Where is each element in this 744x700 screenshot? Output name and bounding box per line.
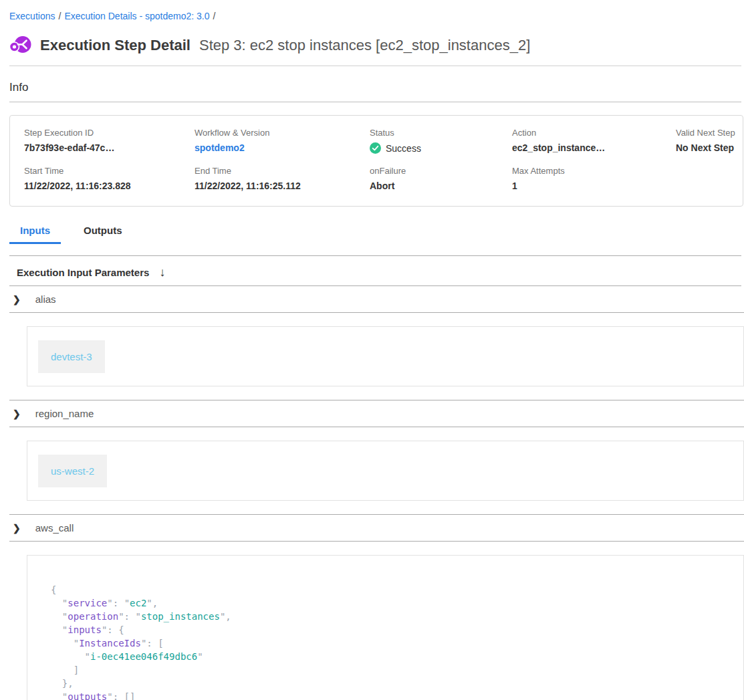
param-expander-aws_call[interactable]: ❯aws_call xyxy=(9,515,744,542)
info-field: Valid Next StepNo Next Step xyxy=(676,128,743,154)
page-subtitle: Step 3: ec2 stop instances [ec2_stop_ins… xyxy=(199,37,530,54)
success-check-icon xyxy=(370,142,381,154)
field-value: 11/22/2022, 11:16:23.828 xyxy=(24,181,195,191)
tab-bar: InputsOutputs xyxy=(9,220,744,244)
field-value: ec2_stop_instance… xyxy=(512,142,676,153)
param-value-panel: us-west-2 xyxy=(27,441,744,501)
tab-outputs[interactable]: Outputs xyxy=(73,220,133,244)
json-code-block: { "service": "ec2", "operation": "stop_i… xyxy=(51,583,743,700)
breadcrumb-link-executions[interactable]: Executions xyxy=(9,11,55,21)
breadcrumb-link-execution-details[interactable]: Execution Details - spotdemo2: 3.0 xyxy=(64,11,209,21)
tabs-bottom-divider xyxy=(9,255,741,256)
breadcrumb-separator: / xyxy=(58,11,61,21)
value-chip: us-west-2 xyxy=(38,455,107,487)
field-label: Max Attempts xyxy=(512,166,676,176)
field-label: Step Execution ID xyxy=(24,128,195,138)
download-icon[interactable]: ↓ xyxy=(159,266,165,278)
params-title: Execution Input Parameters xyxy=(17,267,149,278)
breadcrumb-separator: / xyxy=(213,11,216,21)
params-container: ❯aliasdevtest-3❯region_nameus-west-2❯aws… xyxy=(0,286,744,700)
header-divider xyxy=(9,66,741,66)
param-value-panel: devtest-3 xyxy=(27,326,744,386)
param-expander-alias[interactable]: ❯alias xyxy=(9,286,744,313)
param-value-area: us-west-2 xyxy=(9,427,744,515)
field-label: onFailure xyxy=(370,166,512,176)
chevron-right-icon: ❯ xyxy=(13,523,21,534)
field-label: Status xyxy=(370,128,512,138)
param-section-region_name: ❯region_nameus-west-2 xyxy=(0,400,744,515)
value-chip: devtest-3 xyxy=(38,340,105,373)
param-name: region_name xyxy=(35,408,94,419)
field-label: Valid Next Step xyxy=(676,128,743,138)
breadcrumb: Executions/Execution Details - spotdemo2… xyxy=(0,0,744,21)
workflow-step-icon xyxy=(9,35,31,55)
field-value: 7b73f93e-edaf-47c… xyxy=(24,142,195,153)
page-title: Execution Step Detail xyxy=(40,37,191,54)
field-label: Workflow & Version xyxy=(195,128,370,138)
param-value-area: devtest-3 xyxy=(9,313,744,400)
param-name: alias xyxy=(35,294,56,305)
workflow-link[interactable]: spotdemo2 xyxy=(195,142,245,153)
info-divider xyxy=(9,102,741,102)
field-value: spotdemo2 xyxy=(195,142,370,153)
info-field: Actionec2_stop_instance… xyxy=(512,128,676,154)
info-field: onFailureAbort xyxy=(370,166,512,191)
field-label: Start Time xyxy=(24,166,195,176)
param-value-area: { "service": "ec2", "operation": "stop_i… xyxy=(9,542,744,700)
info-field: End Time11/22/2022, 11:16:25.112 xyxy=(195,166,370,191)
info-field: Start Time11/22/2022, 11:16:23.828 xyxy=(24,166,195,191)
field-value: Success xyxy=(370,142,512,154)
field-value: 11/22/2022, 11:16:25.112 xyxy=(195,181,370,191)
param-name: aws_call xyxy=(35,522,74,534)
param-expander-region_name[interactable]: ❯region_name xyxy=(9,400,744,427)
chevron-right-icon: ❯ xyxy=(13,409,21,419)
param-value-panel: { "service": "ec2", "operation": "stop_i… xyxy=(27,555,744,700)
params-header: Execution Input Parameters ↓ xyxy=(17,266,741,278)
field-label: Action xyxy=(512,128,676,138)
status-text: Success xyxy=(386,143,421,154)
param-section-alias: ❯aliasdevtest-3 xyxy=(0,286,744,400)
field-value: 1 xyxy=(512,181,676,191)
param-section-aws_call: ❯aws_call{ "service": "ec2", "operation"… xyxy=(0,515,744,700)
tab-inputs[interactable]: Inputs xyxy=(9,220,61,244)
field-value: No Next Step xyxy=(676,142,743,153)
info-field: StatusSuccess xyxy=(370,128,512,154)
info-field: Workflow & Versionspotdemo2 xyxy=(195,128,370,154)
field-value: Abort xyxy=(370,181,512,191)
info-field: Max Attempts1 xyxy=(512,166,676,191)
info-heading: Info xyxy=(9,81,735,94)
chevron-right-icon: ❯ xyxy=(13,294,21,305)
page-header: Execution Step Detail Step 3: ec2 stop i… xyxy=(9,35,735,55)
info-card: Step Execution ID7b73f93e-edaf-47c…Workf… xyxy=(9,115,743,207)
info-field: Step Execution ID7b73f93e-edaf-47c… xyxy=(24,128,195,154)
field-label: End Time xyxy=(195,166,370,176)
